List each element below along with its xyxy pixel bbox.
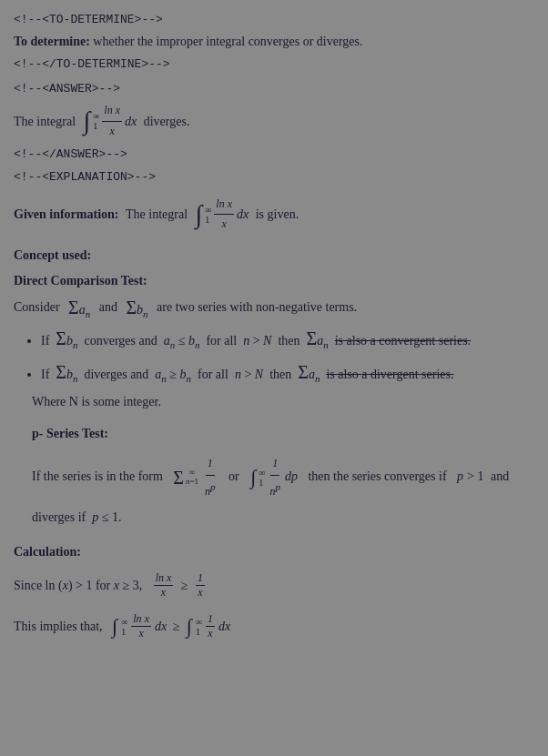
- integral-limits-given: ∞ 1: [205, 205, 211, 225]
- given-suffix: is given.: [256, 203, 299, 226]
- sum-bn: Σbn: [126, 297, 147, 319]
- comment-to-determine-open: <!--<TO-DETERMINE>-->: [14, 13, 534, 26]
- since-text: Since ln (x) > 1 for x ≥ 3,: [14, 579, 142, 593]
- where-n-text: Where N is some integer.: [32, 392, 534, 412]
- answer-prefix: The integral: [14, 110, 76, 133]
- bullet-item-2: If Σbn diverges and an ≥ bn for all n > …: [41, 358, 534, 387]
- p-series-description: If the series is in the form Σ ∞ n=1 1 n…: [32, 451, 534, 528]
- given-label: Given information:: [14, 203, 119, 226]
- bullet-item-1: If Σbn converges and an ≤ bn for all n >…: [41, 324, 534, 353]
- p-series-and: and: [491, 463, 509, 491]
- bullet2-prefix: If: [41, 368, 49, 381]
- p-series-formula-line: If the series is in the form Σ ∞ n=1 1 n…: [32, 451, 534, 504]
- bullet2-then: then: [269, 368, 291, 381]
- comment-answer-close: <!--</ANSWER>-->: [14, 147, 534, 161]
- comment-explanation-open: <!--<EXPLANATION>-->: [14, 170, 534, 184]
- integral-symbol-answer: ∫: [84, 108, 91, 134]
- given-information: Given information: The integral ∫ ∞ 1 ln…: [14, 195, 534, 235]
- since-frac2: 1 x: [196, 571, 205, 600]
- answer-section: The integral ∫ ∞ 1 ln x x dx diverges.: [14, 101, 534, 141]
- page-content: <!--<TO-DETERMINE>--> To determine: whet…: [14, 13, 534, 640]
- dct-heading: Direct Comparison Test:: [14, 271, 534, 291]
- integral-symbol-given: ∫: [196, 202, 203, 227]
- bullet1-suffix: is also a convergent series.: [335, 334, 471, 348]
- calculation-section: Calculation: Since ln (x) > 1 for x ≥ 3,…: [14, 542, 534, 640]
- comment-to-determine-close: <!--</TO-DETERMINE>-->: [14, 57, 534, 71]
- answer-suffix: diverges.: [144, 110, 190, 133]
- since-line: Since ln (x) > 1 for x ≥ 3, ln x x ≥ 1 x: [14, 571, 534, 600]
- p-series-then: then the series converges if: [308, 463, 446, 491]
- implies-text: This implies that,: [14, 620, 103, 634]
- p-series-diverges: diverges if p ≤ 1.: [32, 508, 534, 528]
- comment-answer-open: <!--<ANSWER>-->: [14, 82, 534, 96]
- series-description: are two series with non-negative terms.: [157, 300, 357, 315]
- bullet1-then: then: [278, 334, 299, 348]
- integral-formula: ∫ ∞ 1 1 np dp: [249, 451, 298, 504]
- dx-impl2: dx: [218, 620, 230, 634]
- bullet-list: If Σbn converges and an ≤ bn for all n >…: [41, 324, 534, 387]
- limits-impl1: ∞ 1: [121, 617, 127, 637]
- sum-an: Σan: [68, 297, 90, 319]
- to-determine-text: To determine: whether the improper integ…: [14, 32, 534, 52]
- concept-used: Concept used:: [14, 246, 534, 266]
- and-text: and: [99, 300, 117, 315]
- p-series-label: p- Series Test:: [32, 424, 534, 444]
- sum-formula: Σ ∞ n=1 1 np: [173, 451, 218, 504]
- since-frac: ln x x: [154, 571, 174, 600]
- dx-given: dx: [237, 203, 249, 226]
- to-determine-label: To determine:: [14, 35, 90, 48]
- bullet1-for-all: for all: [206, 334, 237, 348]
- to-determine-content: whether the improper integral converges …: [93, 35, 362, 48]
- bullet2-for-all: for all: [198, 368, 228, 381]
- consider-line: Consider Σan and Σbn are two series with…: [14, 297, 534, 319]
- bullet1-converges: converges and: [84, 334, 157, 348]
- frac-impl2: 1 x: [206, 612, 215, 640]
- calculation-label: Calculation:: [14, 542, 534, 562]
- integral-symbol-impl1: ∫: [112, 617, 117, 637]
- integral-symbol-impl2: ∫: [187, 617, 192, 637]
- fraction-lnx-x-given: ln x x: [214, 195, 234, 235]
- bullet2-diverges: diverges and: [84, 368, 148, 381]
- frac-impl1: ln x x: [131, 612, 151, 640]
- limits-impl2: ∞ 1: [196, 617, 202, 637]
- bullet2-suffix: is also a divergent series.: [326, 368, 453, 381]
- dx-impl1: dx: [155, 620, 167, 634]
- implies-line: This implies that, ∫ ∞ 1 ln x x dx ≥ ∫ ∞…: [14, 612, 534, 640]
- dct-label: Direct Comparison Test:: [14, 274, 147, 287]
- given-text: The integral: [126, 203, 188, 226]
- or-text: or: [228, 463, 239, 491]
- bullet1-prefix: If: [41, 334, 49, 348]
- fraction-lnx-x-answer: ln x x: [102, 101, 122, 141]
- dx-answer: dx: [125, 110, 137, 133]
- concept-label: Concept used:: [14, 248, 91, 262]
- p-series-prefix: If the series is in the form: [32, 463, 163, 491]
- consider-text: Consider: [14, 300, 60, 315]
- integral-limits-answer: ∞ 1: [93, 111, 99, 131]
